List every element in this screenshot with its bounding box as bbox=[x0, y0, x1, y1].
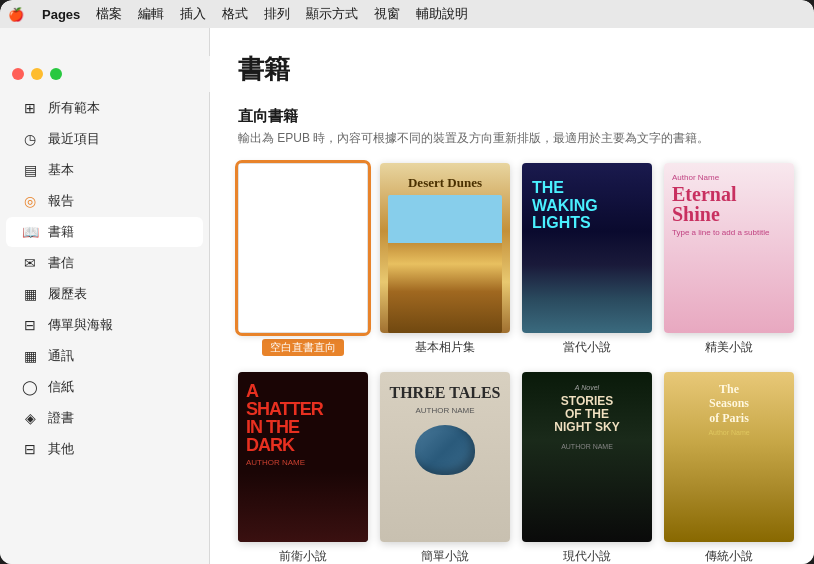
cover-stories-tag: A Novel bbox=[575, 384, 599, 391]
template-cover-eternal[interactable]: Author Name EternalShine Type a line to … bbox=[664, 163, 794, 333]
sidebar: ⊞ 所有範本 ◷ 最近項目 ▤ 基本 ◎ 報告 📖 書籍 ✉ 書信 ▦ 履歷表 … bbox=[0, 28, 210, 564]
section-description: 輸出為 EPUB 時，內容可根據不同的裝置及方向重新排版，最適用於主要為文字的書… bbox=[238, 130, 786, 147]
template-label-blank: 空白直書直向 bbox=[262, 339, 344, 356]
sidebar-item-misc[interactable]: ⊟ 其他 bbox=[6, 434, 203, 464]
main-content: 書籍 直向書籍 輸出為 EPUB 時，內容可根據不同的裝置及方向重新排版，最適用… bbox=[210, 28, 814, 564]
cover-eternal-title: EternalShine bbox=[672, 184, 736, 224]
sidebar-item-newsletter-label: 通訊 bbox=[48, 347, 74, 365]
sidebar-item-books[interactable]: 📖 書籍 bbox=[6, 217, 203, 247]
doc-icon: ▤ bbox=[22, 162, 38, 178]
tray-icon: ⊟ bbox=[22, 441, 38, 457]
cover-eternal-author: Author Name bbox=[672, 173, 719, 182]
menubar-edit[interactable]: 編輯 bbox=[138, 5, 164, 23]
menubar-pages[interactable]: Pages bbox=[42, 7, 80, 22]
cover-shatter-subtitle: AUTHOR NAME bbox=[246, 458, 305, 467]
cover-stories-title: STORIESOF THENIGHT SKY bbox=[554, 395, 619, 435]
sidebar-item-certificate[interactable]: ◈ 證書 bbox=[6, 403, 203, 433]
template-label-stories: 現代小說 bbox=[563, 548, 611, 564]
template-label-tales: 簡單小說 bbox=[421, 548, 469, 564]
template-item-blank[interactable]: 空白直書直向 bbox=[238, 163, 368, 356]
grid-icon: ⊞ bbox=[22, 100, 38, 116]
template-item-eternal[interactable]: Author Name EternalShine Type a line to … bbox=[664, 163, 794, 356]
cover-eternal-subtitle: Type a line to add a subtitle bbox=[672, 228, 769, 237]
sidebar-item-basic[interactable]: ▤ 基本 bbox=[6, 155, 203, 185]
template-label-eternal: 精美小說 bbox=[705, 339, 753, 356]
menubar-view[interactable]: 顯示方式 bbox=[306, 5, 358, 23]
template-cover-stories[interactable]: A Novel STORIESOF THENIGHT SKY AUTHOR NA… bbox=[522, 372, 652, 542]
template-label-desert: 基本相片集 bbox=[415, 339, 475, 356]
cover-seasons-author: Author Name bbox=[708, 429, 749, 436]
menubar-help[interactable]: 輔助說明 bbox=[416, 5, 468, 23]
sidebar-item-basic-label: 基本 bbox=[48, 161, 74, 179]
menubar-window[interactable]: 視窗 bbox=[374, 5, 400, 23]
layout-icon: ▦ bbox=[22, 348, 38, 364]
titlebar bbox=[0, 56, 210, 92]
template-cover-shatter[interactable]: ASHATTERIN THEDARK AUTHOR NAME bbox=[238, 372, 368, 542]
template-item-desert[interactable]: Desert Dunes 基本相片集 bbox=[380, 163, 510, 356]
sidebar-item-flyer-label: 傳單與海報 bbox=[48, 316, 113, 334]
template-cover-desert[interactable]: Desert Dunes bbox=[380, 163, 510, 333]
newspaper-icon: ⊟ bbox=[22, 317, 38, 333]
template-cover-tales[interactable]: THREE TALES AUTHOR NAME bbox=[380, 372, 510, 542]
sidebar-item-misc-label: 其他 bbox=[48, 440, 74, 458]
close-button[interactable] bbox=[12, 68, 24, 80]
cover-tales-author: AUTHOR NAME bbox=[415, 406, 474, 415]
template-cover-seasons[interactable]: TheSeasonsof Paris Author Name bbox=[664, 372, 794, 542]
person-circle-icon: ◯ bbox=[22, 379, 38, 395]
cover-shatter-title: ASHATTERIN THEDARK bbox=[246, 382, 323, 454]
sidebar-item-stationery-label: 信紙 bbox=[48, 378, 74, 396]
sidebar-item-letter-label: 書信 bbox=[48, 254, 74, 272]
template-item-tales[interactable]: THREE TALES AUTHOR NAME 簡單小說 bbox=[380, 372, 510, 564]
cover-night-title: THEWAKINGLIGHTS bbox=[532, 179, 598, 232]
minimize-button[interactable] bbox=[31, 68, 43, 80]
person-icon: ▦ bbox=[22, 286, 38, 302]
template-label-shatter: 前衛小說 bbox=[279, 548, 327, 564]
clock-icon: ◷ bbox=[22, 131, 38, 147]
gear-icon: ◎ bbox=[22, 193, 38, 209]
cover-tales-illustration bbox=[415, 425, 475, 475]
sidebar-item-all[interactable]: ⊞ 所有範本 bbox=[6, 93, 203, 123]
sidebar-item-resume[interactable]: ▦ 履歷表 bbox=[6, 279, 203, 309]
sidebar-item-resume-label: 履歷表 bbox=[48, 285, 87, 303]
sidebar-item-letter[interactable]: ✉ 書信 bbox=[6, 248, 203, 278]
template-item-night[interactable]: THEWAKINGLIGHTS 當代小說 bbox=[522, 163, 652, 356]
page-title: 書籍 bbox=[238, 52, 786, 87]
sidebar-item-report-label: 報告 bbox=[48, 192, 74, 210]
sidebar-item-recent[interactable]: ◷ 最近項目 bbox=[6, 124, 203, 154]
sidebar-item-books-label: 書籍 bbox=[48, 223, 74, 241]
sidebar-item-all-label: 所有範本 bbox=[48, 99, 100, 117]
menubar-format[interactable]: 格式 bbox=[222, 5, 248, 23]
sidebar-item-certificate-label: 證書 bbox=[48, 409, 74, 427]
menubar: 🍎 Pages 檔案 編輯 插入 格式 排列 顯示方式 視窗 輔助說明 bbox=[0, 0, 814, 28]
menubar-file[interactable]: 檔案 bbox=[96, 5, 122, 23]
template-label-seasons: 傳統小說 bbox=[705, 548, 753, 564]
menubar-arrange[interactable]: 排列 bbox=[264, 5, 290, 23]
cover-stories-author: AUTHOR NAME bbox=[561, 443, 613, 450]
sidebar-item-report[interactable]: ◎ 報告 bbox=[6, 186, 203, 216]
ribbon-icon: ◈ bbox=[22, 410, 38, 426]
sidebar-item-stationery[interactable]: ◯ 信紙 bbox=[6, 372, 203, 402]
template-item-seasons[interactable]: TheSeasonsof Paris Author Name 傳統小說 bbox=[664, 372, 794, 564]
envelope-icon: ✉ bbox=[22, 255, 38, 271]
section-title: 直向書籍 bbox=[238, 107, 786, 126]
sidebar-item-newsletter[interactable]: ▦ 通訊 bbox=[6, 341, 203, 371]
sidebar-item-flyer[interactable]: ⊟ 傳單與海報 bbox=[6, 310, 203, 340]
apple-menu-icon[interactable]: 🍎 bbox=[8, 7, 24, 22]
template-item-stories[interactable]: A Novel STORIESOF THENIGHT SKY AUTHOR NA… bbox=[522, 372, 652, 564]
window: ⊞ 所有範本 ◷ 最近項目 ▤ 基本 ◎ 報告 📖 書籍 ✉ 書信 ▦ 履歷表 … bbox=[0, 28, 814, 564]
fullscreen-button[interactable] bbox=[50, 68, 62, 80]
menubar-insert[interactable]: 插入 bbox=[180, 5, 206, 23]
cover-seasons-title: TheSeasonsof Paris bbox=[709, 382, 749, 425]
template-cover-blank[interactable] bbox=[238, 163, 368, 333]
template-grid: 空白直書直向 Desert Dunes 基本相片集 THEWAKINGLIGHT… bbox=[238, 163, 786, 564]
sidebar-item-recent-label: 最近項目 bbox=[48, 130, 100, 148]
template-cover-night[interactable]: THEWAKINGLIGHTS bbox=[522, 163, 652, 333]
template-item-shatter[interactable]: ASHATTERIN THEDARK AUTHOR NAME 前衛小說 bbox=[238, 372, 368, 564]
book-icon: 📖 bbox=[22, 224, 38, 240]
cover-tales-title: THREE TALES bbox=[389, 384, 500, 402]
template-label-night: 當代小說 bbox=[563, 339, 611, 356]
